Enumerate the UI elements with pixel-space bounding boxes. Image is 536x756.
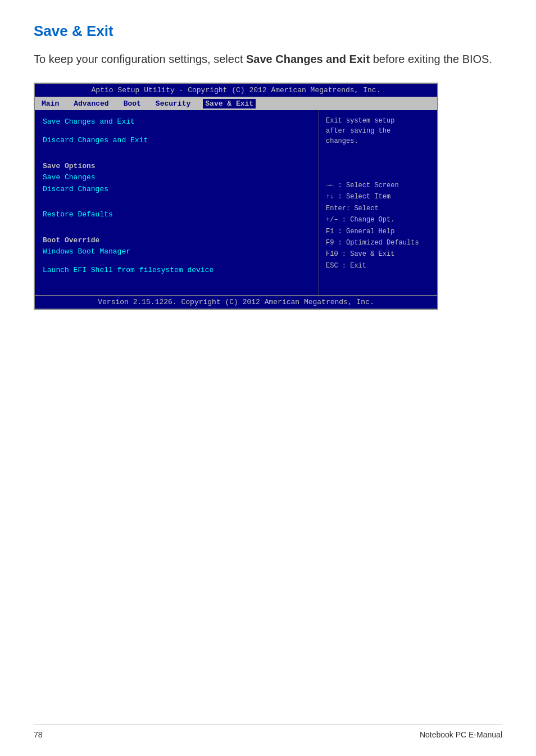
bios-launch-efi-shell[interactable]: Launch EFI Shell from filesystem device: [43, 264, 311, 276]
bios-nav-bar: Main Advanced Boot Security Save & Exit: [35, 97, 437, 110]
bios-windows-boot-manager[interactable]: Windows Boot Manager: [43, 246, 311, 257]
bios-key-help: →← : Select Screen ↑↓ : Select Item Ente…: [326, 180, 430, 271]
bios-right-panel: Exit system setup after saving the chang…: [319, 110, 437, 295]
bios-screenshot: Aptio Setup Utility - Copyright (C) 2012…: [34, 83, 438, 310]
bios-nav-security[interactable]: Security: [153, 99, 193, 108]
intro-text-end: before exiting the BIOS.: [370, 53, 492, 65]
bios-restore-defaults[interactable]: Restore Defaults: [43, 209, 311, 220]
bios-key-line-6: F9 : Optimized Defaults: [326, 237, 430, 248]
bios-key-line-7: F10 : Save & Exit: [326, 248, 430, 260]
bios-nav-advanced[interactable]: Advanced: [71, 99, 111, 108]
bios-key-line-1: →← : Select Screen: [326, 180, 430, 191]
bios-key-line-2: ↑↓ : Select Item: [326, 191, 430, 202]
intro-paragraph: To keep your configuration settings, sel…: [34, 51, 502, 67]
bios-discard-and-exit[interactable]: Discard Changes and Exit: [43, 134, 311, 146]
page-number: 78: [34, 730, 43, 739]
bios-key-line-4: +/– : Change Opt.: [326, 214, 430, 225]
bios-key-line-8: ESC : Exit: [326, 260, 430, 271]
bios-key-line-5: F1 : General Help: [326, 226, 430, 237]
bios-help-line-2: after saving the: [326, 126, 430, 136]
bios-help-text: Exit system setup after saving the chang…: [326, 116, 430, 146]
bios-discard-changes[interactable]: Discard Changes: [43, 183, 311, 195]
bios-save-changes[interactable]: Save Changes: [43, 171, 311, 183]
bios-footer-bar: Version 2.15.1226. Copyright (C) 2012 Am…: [35, 295, 437, 309]
intro-text-start: To keep your configuration settings, sel…: [34, 53, 246, 65]
bios-title-bar: Aptio Setup Utility - Copyright (C) 2012…: [35, 84, 437, 97]
bios-key-line-3: Enter: Select: [326, 203, 430, 214]
intro-bold: Save Changes and Exit: [246, 53, 370, 65]
book-title: Notebook PC E-Manual: [420, 730, 502, 739]
bios-save-and-exit[interactable]: Save Changes and Exit: [43, 116, 311, 128]
page-footer: 78 Notebook PC E-Manual: [34, 724, 502, 739]
bios-nav-boot[interactable]: Boot: [121, 99, 143, 108]
bios-help-line-1: Exit system setup: [326, 116, 430, 126]
page-title: Save & Exit: [34, 22, 502, 40]
bios-nav-main[interactable]: Main: [39, 99, 61, 108]
bios-section-boot-override: Boot Override: [43, 234, 311, 246]
bios-nav-save-exit[interactable]: Save & Exit: [203, 99, 256, 108]
bios-body: Save Changes and Exit Discard Changes an…: [35, 110, 437, 295]
bios-left-panel: Save Changes and Exit Discard Changes an…: [35, 110, 319, 295]
bios-help-line-3: changes.: [326, 136, 430, 146]
bios-section-save-options: Save Options: [43, 160, 311, 171]
